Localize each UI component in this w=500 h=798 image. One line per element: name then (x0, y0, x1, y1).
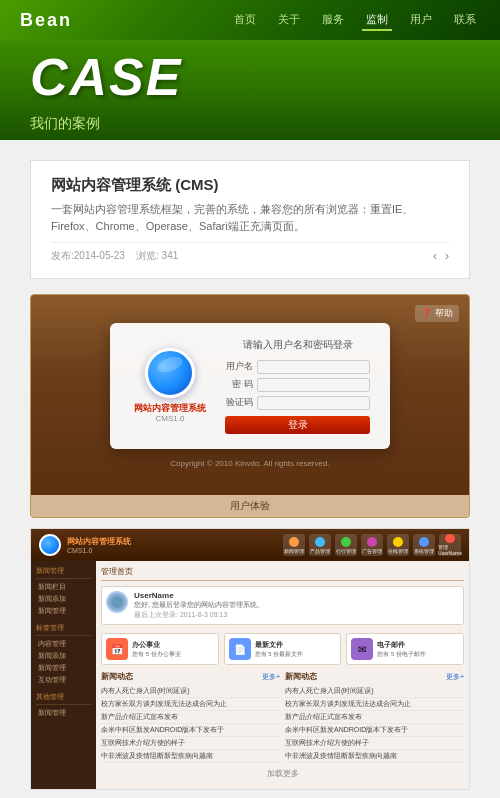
captcha-input[interactable] (257, 396, 370, 410)
screenshot-caption: 用户体验 (31, 495, 469, 517)
sidebar-item-other[interactable]: 新闻管理 (36, 707, 91, 719)
news-item-r4[interactable]: 余米中科区新发ANDROID版本下发布于 (285, 724, 464, 737)
sidebar-item-news-add[interactable]: 新闻添加 (36, 593, 91, 605)
dashboard-screenshot: 网站内容管理系统 CMS1.0 新闻管理 产品管理 行行管理 广告管理 在线管理… (30, 528, 470, 790)
news-item-l4[interactable]: 余米中科区新发ANDROID版本下发布于 (101, 724, 280, 737)
dashboard-main: 管理首页 UserName 您好, 您最后登录您的网站内容管理系统。 最后上次登… (96, 561, 469, 789)
cms-date: 发布:2014-05-23 (51, 250, 125, 261)
help-label[interactable]: ❓ 帮助 (415, 305, 459, 322)
captcha-label: 验证码 (225, 396, 253, 409)
hero-banner: CASE 我们的案例 (0, 40, 500, 140)
calendar-widget-title: 办公事业 (132, 640, 214, 650)
prev-arrow[interactable]: ‹ (433, 249, 437, 263)
doc-icon: 📄 (229, 638, 251, 660)
news-more-right[interactable]: 更多+ (446, 672, 464, 682)
sidebar-group-tags: 标签管理 内容管理 新闻添加 新闻管理 互动管理 (36, 623, 91, 686)
last-login-time: 最后上次登录: 2011-8-3 09:13 (134, 610, 459, 620)
news-item-l1[interactable]: 内有人死亡身入田(时间延误) (101, 685, 280, 698)
news-item-l2[interactable]: 校方家长双方谈判发现无法达成合同为止 (101, 698, 280, 711)
sidebar-item-add[interactable]: 新闻添加 (36, 650, 91, 662)
calendar-widget[interactable]: 📅 办公事业 您有 5 份办公事业 (101, 633, 219, 665)
dash-icon-1[interactable]: 新闻管理 (283, 534, 305, 556)
nav-about[interactable]: 关于 (274, 10, 304, 31)
dashboard-title-area: 网站内容管理系统 CMS1.0 (67, 536, 131, 554)
news-item-r2[interactable]: 校方家长双方谈判发现无法达成合同为止 (285, 698, 464, 711)
news-item-r3[interactable]: 新产品介绍正式宣布发布 (285, 711, 464, 724)
dash-icon-5[interactable]: 在线管理 (387, 534, 409, 556)
sidebar-item-news-category[interactable]: 新闻栏目 (36, 581, 91, 593)
sidebar-item-news-manage[interactable]: 新闻管理 (36, 605, 91, 617)
main-content: 网站内容管理系统 (CMS) 一套网站内容管理系统框架，完善的系统，兼容您的所有… (0, 140, 500, 798)
next-arrow[interactable]: › (445, 249, 449, 263)
doc-widget-title: 最新文件 (255, 640, 337, 650)
nav-home[interactable]: 首页 (230, 10, 260, 31)
dashboard-sidebar: 新闻管理 新闻栏目 新闻添加 新闻管理 标签管理 内容管理 新闻添加 新闻管理 … (31, 561, 96, 789)
load-more-button[interactable]: 加载更多 (101, 763, 464, 784)
nav-services[interactable]: 服务 (318, 10, 348, 31)
email-widget[interactable]: ✉ 电子邮件 您有 5 份电子邮件 (346, 633, 464, 665)
news-col-right: 新闻动态 更多+ 内有人死亡身入田(时间延误) 校方家长双方谈判发现无法达成合同… (285, 671, 464, 763)
dash-icon-4[interactable]: 广告管理 (361, 534, 383, 556)
dashboard-subtitle: CMS1.0 (67, 547, 131, 554)
nav-contact[interactable]: 联系 (450, 10, 480, 31)
user-info-row: UserName 您好, 您最后登录您的网站内容管理系统。 最后上次登录: 20… (101, 586, 464, 625)
dash-icon-6[interactable]: 系统管理 (413, 534, 435, 556)
calendar-icon: 📅 (106, 638, 128, 660)
username-input[interactable] (257, 360, 370, 374)
dash-icon-3[interactable]: 行行管理 (335, 534, 357, 556)
email-icon: ✉ (351, 638, 373, 660)
doc-widget[interactable]: 📄 最新文件 您有 5 份最新文件 (224, 633, 342, 665)
nav-supervision[interactable]: 监制 (362, 10, 392, 31)
password-label: 密 码 (225, 378, 253, 391)
sidebar-item-content[interactable]: 内容管理 (36, 638, 91, 650)
user-info: UserName 您好, 您最后登录您的网站内容管理系统。 最后上次登录: 20… (134, 591, 459, 620)
email-widget-desc: 您有 5 份电子邮件 (377, 650, 459, 659)
login-field-username: 用户名 (225, 360, 370, 374)
news-item-l5[interactable]: 互联网技术介绍方便的样子 (101, 737, 280, 750)
login-field-password: 密 码 (225, 378, 370, 392)
calendar-widget-desc: 您有 5 份办公事业 (132, 650, 214, 659)
login-globe-icon (145, 348, 195, 398)
doc-widget-desc: 您有 5 份最新文件 (255, 650, 337, 659)
login-field-captcha: 验证码 (225, 396, 370, 410)
login-screenshot-container: ❓ 帮助 网站内容管理系统 CMS1.0 请输入用户名和密码登录 用户名 密 码 (30, 294, 470, 518)
password-input[interactable] (257, 378, 370, 392)
login-form: 请输入用户名和密码登录 用户名 密 码 验证码 登录 (225, 338, 370, 434)
username-display: UserName (134, 591, 459, 600)
nav-users[interactable]: 用户 (406, 10, 436, 31)
news-item-l6[interactable]: 中非洲波及疫情阻断新型疾病向越南 (101, 750, 280, 763)
hero-subtitle: 我们的案例 (30, 115, 182, 133)
login-cms-version: CMS1.0 (156, 414, 185, 423)
login-form-title: 请输入用户名和密码登录 (225, 338, 370, 352)
page-title: CASE (30, 47, 182, 107)
username-label: 用户名 (225, 360, 253, 373)
news-item-r1[interactable]: 内有人死亡身入田(时间延误) (285, 685, 464, 698)
dashboard-widgets: 📅 办公事业 您有 5 份办公事业 📄 最新文件 您有 5 份最新文件 (101, 633, 464, 665)
news-item-l3[interactable]: 新产品介绍正式宣布发布 (101, 711, 280, 724)
news-item-r6[interactable]: 中非洲波及疫情阻断新型疾病向越南 (285, 750, 464, 763)
logo: Bean (20, 10, 72, 31)
login-copyright: Copyright © 2010 Kinvdo. All rights rese… (170, 459, 329, 468)
sidebar-item-manage[interactable]: 新闻管理 (36, 662, 91, 674)
login-button[interactable]: 登录 (225, 416, 370, 434)
login-screenshot: ❓ 帮助 网站内容管理系统 CMS1.0 请输入用户名和密码登录 用户名 密 码 (31, 295, 469, 495)
login-cms-label: 网站内容管理系统 (134, 403, 206, 414)
dash-icon-7[interactable]: 管理 UserName (439, 534, 461, 556)
email-widget-text: 电子邮件 您有 5 份电子邮件 (377, 640, 459, 659)
cms-section-title: 网站内容管理系统 (CMS) (51, 176, 449, 195)
news-item-r5[interactable]: 互联网技术介绍方便的样子 (285, 737, 464, 750)
cms-section-description: 一套网站内容管理系统框架，完善的系统，兼容您的所有浏览器：重置IE、Firefo… (51, 201, 449, 234)
dashboard-logo-globe (39, 534, 61, 556)
login-logo-area: 网站内容管理系统 CMS1.0 (130, 348, 210, 423)
avatar-inner (111, 596, 123, 608)
sidebar-group-other: 其他管理 新闻管理 (36, 692, 91, 719)
calendar-widget-text: 办公事业 您有 5 份办公事业 (132, 640, 214, 659)
news-more-left[interactable]: 更多+ (262, 672, 280, 682)
sidebar-item-interactive[interactable]: 互动管理 (36, 674, 91, 686)
cms-section-card: 网站内容管理系统 (CMS) 一套网站内容管理系统框架，完善的系统，兼容您的所有… (30, 160, 470, 279)
dash-icon-2[interactable]: 产品管理 (309, 534, 331, 556)
news-col-left: 新闻动态 更多+ 内有人死亡身入田(时间延误) 校方家长双方谈判发现无法达成合同… (101, 671, 280, 763)
manage-title: 管理首页 (101, 566, 464, 581)
dashboard-nav-icons: 新闻管理 产品管理 行行管理 广告管理 在线管理 系统管理 管理 UserNam… (283, 534, 461, 556)
user-greeting: 您好, 您最后登录您的网站内容管理系统。 (134, 600, 459, 610)
